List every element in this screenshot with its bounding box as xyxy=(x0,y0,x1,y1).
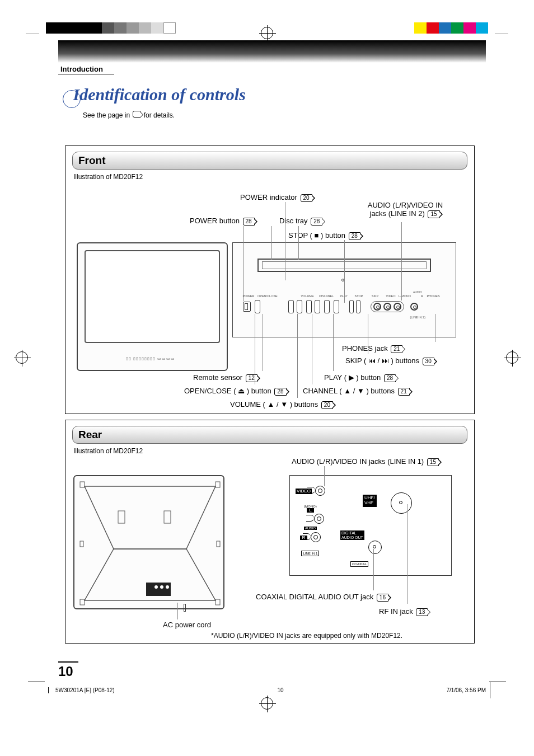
page-title: Identification of controls xyxy=(63,85,246,107)
svg-rect-3 xyxy=(164,511,171,523)
btn-label-row: POWER OPEN/CLOSE VOLUME CHANNEL PLAY STO… xyxy=(242,294,450,298)
tv-badge: ▯▯ ▯▯▯▯▯▯▯▯ ▭▭▭▭ xyxy=(126,356,175,361)
rf-jack-icon xyxy=(391,492,412,514)
vol-down-btn-icon xyxy=(288,300,294,313)
panel-heading: Front xyxy=(72,152,467,170)
label-power-button: POWER button 28 xyxy=(190,217,256,226)
stop-btn-icon xyxy=(334,300,339,313)
registration-mark-icon xyxy=(506,351,518,364)
label-play: PLAY ( ▶ ) button 28 xyxy=(324,373,397,382)
label-ac-cord: AC power cord xyxy=(163,621,211,629)
label-phones: PHONES jack 21 xyxy=(342,344,404,353)
footer: 5W30201A [E] (P08-12) 10 7/1/06, 3:56 PM xyxy=(48,687,486,693)
skip-next-btn-icon xyxy=(356,300,360,313)
jack-label-digital: DIGITAL AUDIO OUT xyxy=(340,530,364,540)
power-btn-icon xyxy=(243,302,251,312)
color-bars-left xyxy=(46,22,176,34)
label-stop: STOP ( ■ ) button 28 xyxy=(288,231,362,240)
ch-down-btn-icon xyxy=(306,300,312,313)
rear-footnote: *AUDIO (L/R)/VIDEO IN jacks are equipped… xyxy=(211,632,402,640)
header-gradient xyxy=(58,40,486,63)
svg-rect-13 xyxy=(217,541,220,547)
svg-rect-9 xyxy=(216,482,220,487)
jack-label-linein1: LINE IN 1 xyxy=(301,551,319,556)
svg-rect-10 xyxy=(80,599,85,605)
color-bars-right xyxy=(414,22,488,34)
label-remote: Remote sensor 12 xyxy=(193,373,259,382)
label-volume: VOLUME ( ▲ / ▼ ) buttons 20 xyxy=(230,400,334,409)
svg-rect-12 xyxy=(80,541,83,547)
jack-label-coaxial: COAXIAL xyxy=(350,557,368,567)
registration-mark-icon xyxy=(261,697,273,710)
page-ref-icon xyxy=(133,111,140,118)
label-disc-tray: Disc tray 28 xyxy=(279,217,324,226)
ch-up-btn-icon xyxy=(315,300,320,313)
front-panel: Front Illustration of MD20F12 POWER indi… xyxy=(65,145,475,414)
label-rf: RF IN jack 13 xyxy=(379,607,429,616)
tv-rear-svg xyxy=(74,476,226,611)
audio-l-jack-icon xyxy=(383,303,391,311)
registration-mark-icon xyxy=(16,351,28,364)
footer-right: 7/1/06, 3:56 PM xyxy=(446,687,486,693)
openclose-btn-icon xyxy=(255,300,260,313)
jack-label-uhfvhf: UHF/ VHF xyxy=(363,495,377,507)
label-audio-in: AUDIO (L/R)/VIDEO IN jacks (LINE IN 2) 1… xyxy=(358,201,453,218)
jack-label-audio: AUDIO xyxy=(304,527,317,530)
coax-jack-icon xyxy=(368,541,382,554)
footer-left: 5W30201A [E] (P08-12) xyxy=(55,687,115,693)
svg-rect-8 xyxy=(80,482,85,487)
title-bullet-icon xyxy=(63,90,81,108)
page-number: 10 xyxy=(58,661,78,679)
rear-panel: Rear Illustration of MD20F12 AUDIO (L/R)… xyxy=(65,420,475,644)
svg-rect-11 xyxy=(216,599,220,605)
audio-l-rca-icon xyxy=(314,514,324,524)
svg-point-6 xyxy=(160,585,163,589)
label-openclose: OPEN/CLOSE ( ⏏ ) button 28 xyxy=(184,387,288,396)
video-jack-icon xyxy=(373,303,381,311)
tv-rear-illustration xyxy=(73,475,224,609)
skip-prev-btn-icon xyxy=(349,300,354,313)
label-coax: COAXIAL DIGITAL AUDIO OUT jack 16 xyxy=(256,593,390,602)
title-subtitle: See the page in for details. xyxy=(83,111,175,119)
play-btn-icon xyxy=(324,300,330,313)
svg-point-5 xyxy=(154,585,158,589)
panel-subtitle: Illustration of MD20F12 xyxy=(73,173,466,181)
video-rca-icon xyxy=(315,486,325,496)
divider xyxy=(58,74,114,74)
phones-jack-icon xyxy=(410,303,418,311)
label-power-indicator: POWER indicator 20 xyxy=(240,193,313,202)
svg-rect-2 xyxy=(118,511,125,523)
footer-center: 10 xyxy=(277,687,283,693)
vol-up-btn-icon xyxy=(297,300,302,313)
section-label: Introduction xyxy=(60,65,103,73)
audio-r-jack-icon xyxy=(394,303,401,311)
jack-label-l: L xyxy=(307,508,313,513)
svg-marker-0 xyxy=(85,486,216,549)
linein2-label: (LINE IN 2) xyxy=(410,316,425,319)
tv-screen xyxy=(85,250,220,343)
panel-subtitle: Illustration of MD20F12 xyxy=(73,447,466,455)
svg-rect-4 xyxy=(146,583,171,596)
label-skip: SKIP ( ⏮ / ⏭ ) buttons 30 xyxy=(345,356,435,365)
rear-jack-panel: VIDEO (MONO) L AUDIO R LINE IN 1 UHF/ VH… xyxy=(289,475,452,576)
label-audio-in1: AUDIO (L/R)/VIDEO IN jacks (LINE IN 1) 1… xyxy=(292,457,440,466)
audio-r-rca-icon xyxy=(311,532,321,542)
panel-heading: Rear xyxy=(72,426,467,444)
label-channel: CHANNEL ( ▲ / ▼ ) buttons 21 xyxy=(303,387,411,396)
svg-point-7 xyxy=(166,585,169,589)
registration-mark-icon xyxy=(261,27,273,39)
tv-front-illustration: ▯▯ ▯▯▯▯▯▯▯▯ ▭▭▭▭ xyxy=(77,242,228,371)
